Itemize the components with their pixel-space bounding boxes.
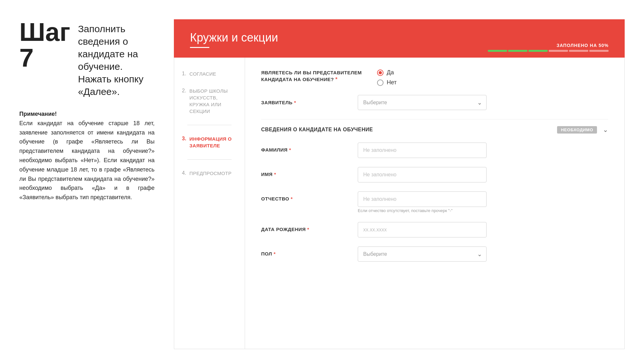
- gender-select[interactable]: Выберите Мужской Женский: [358, 246, 487, 262]
- step-number: Шаг 7: [19, 19, 70, 71]
- field-gender-wrap: Выберите Мужской Женский ⌄: [358, 246, 487, 262]
- step-num-1: 1.: [182, 71, 186, 77]
- rep-question-required: *: [336, 77, 338, 82]
- section-badge: НЕОБХОДИМО: [557, 126, 597, 134]
- radio-no-label: Нет: [387, 79, 397, 86]
- form-title: Кружки и секции: [190, 31, 609, 44]
- middlename-hint: Если отчество отсутствует, поставьте про…: [358, 208, 487, 213]
- radio-no[interactable]: Нет: [377, 79, 416, 86]
- step-divider-2: [187, 159, 232, 160]
- form-body: 1. СОГЛАСИЕ 2. ВЫБОР ШКОЛЫ ИСКУССТВ, КРУ…: [174, 58, 625, 349]
- step-num-3: 3.: [182, 136, 186, 142]
- sidebar-item-school[interactable]: 2. ВЫБОР ШКОЛЫ ИСКУССТВ, КРУЖКА ИЛИ СЕКЦ…: [182, 88, 237, 115]
- steps-sidebar: 1. СОГЛАСИЕ 2. ВЫБОР ШКОЛЫ ИСКУССТВ, КРУ…: [174, 58, 245, 349]
- radio-yes[interactable]: Да: [377, 69, 416, 76]
- field-firstname-wrap: [358, 167, 487, 182]
- progress-filled-3: [528, 50, 548, 52]
- page: Шаг 7 Заполнить сведения о кандидате на …: [0, 0, 644, 362]
- applicant-select-wrap: Выберите ⌄: [358, 95, 487, 110]
- progress-empty-2: [569, 50, 588, 52]
- birthdate-input[interactable]: [358, 222, 487, 237]
- gender-select-wrap: Выберите Мужской Женский ⌄: [358, 246, 487, 262]
- radio-group-rep: Да Нет: [377, 69, 416, 86]
- step-label-4: ПРЕДПРОСМОТР: [189, 170, 232, 177]
- left-panel: Шаг 7 Заполнить сведения о кандидате на …: [19, 19, 155, 349]
- field-lastname-label: ФАМИЛИЯ *: [261, 143, 345, 153]
- progress-bar: [488, 50, 609, 52]
- field-firstname-row: ИМЯ *: [261, 167, 608, 182]
- field-firstname-label: ИМЯ *: [261, 167, 345, 177]
- progress-area: ЗАПОЛНЕНО НА 50%: [488, 43, 609, 52]
- step-label-1: СОГЛАСИЕ: [189, 70, 216, 77]
- field-lastname-wrap: [358, 143, 487, 158]
- field-gender-label: ПОЛ *: [261, 246, 345, 256]
- field-gender-row: ПОЛ * Выберите Мужской Женский ⌄: [261, 246, 608, 262]
- sidebar-item-info[interactable]: 3. ИНФОРМАЦИЯ О ЗАЯВИТЕЛЕ: [182, 135, 237, 149]
- field-birthdate-wrap: [358, 222, 487, 237]
- form-title-underline: [190, 47, 209, 48]
- applicant-select[interactable]: Выберите: [358, 95, 487, 110]
- applicant-required: *: [294, 100, 296, 105]
- right-panel: Кружки и секции ЗАПОЛНЕНО НА 50% 1.: [174, 19, 625, 349]
- sidebar-item-consent[interactable]: 1. СОГЛАСИЕ: [182, 70, 237, 77]
- progress-empty-1: [549, 50, 568, 52]
- middlename-input[interactable]: [358, 191, 487, 207]
- step-num-4: 4.: [182, 170, 186, 176]
- rep-question-row: ЯВЛЯЕТЕСЬ ЛИ ВЫ ПРЕДСТАВИТЕЛЕМ КАНДИДАТА…: [261, 69, 608, 86]
- note-text: Если кандидат на обучение старше 18 лет,…: [19, 120, 155, 200]
- field-middlename-row: ОТЧЕСТВО * Если отчество отсутствует, по…: [261, 191, 608, 213]
- section-header: СВЕДЕНИЯ О КАНДИДАТЕ НА ОБУЧЕНИЕ НЕОБХОД…: [261, 119, 608, 134]
- progress-filled-1: [488, 50, 507, 52]
- field-middlename-label: ОТЧЕСТВО *: [261, 191, 345, 201]
- step-label-2: ВЫБОР ШКОЛЫ ИСКУССТВ, КРУЖКА ИЛИ СЕКЦИИ: [189, 88, 237, 115]
- firstname-input[interactable]: [358, 167, 487, 182]
- form-header: Кружки и секции ЗАПОЛНЕНО НА 50%: [174, 19, 625, 58]
- field-birthdate-row: ДАТА РОЖДЕНИЯ *: [261, 222, 608, 237]
- field-birthdate-label: ДАТА РОЖДЕНИЯ *: [261, 222, 345, 232]
- section-toggle-icon[interactable]: ⌄: [603, 126, 608, 134]
- applicant-row: ЗАЯВИТЕЛЬ * Выберите ⌄: [261, 95, 608, 110]
- sidebar-item-preview[interactable]: 4. ПРЕДПРОСМОТР: [182, 170, 237, 177]
- progress-filled-2: [508, 50, 527, 52]
- progress-label: ЗАПОЛНЕНО НА 50%: [556, 43, 609, 48]
- step-header: Шаг 7 Заполнить сведения о кандидате на …: [19, 19, 155, 98]
- note-block: Примечание! Если кандидат на обучение ст…: [19, 109, 155, 202]
- step-label-3: ИНФОРМАЦИЯ О ЗАЯВИТЕЛЕ: [189, 135, 237, 149]
- rep-question-label: ЯВЛЯЕТЕСЬ ЛИ ВЫ ПРЕДСТАВИТЕЛЕМ КАНДИДАТА…: [261, 69, 364, 83]
- form-content: ЯВЛЯЕТЕСЬ ЛИ ВЫ ПРЕДСТАВИТЕЛЕМ КАНДИДАТА…: [245, 58, 624, 349]
- note-title: Примечание!: [19, 111, 57, 117]
- radio-yes-circle[interactable]: [377, 70, 384, 76]
- step-title: Заполнить сведения о кандидате на обучен…: [78, 19, 155, 98]
- progress-empty-3: [589, 50, 609, 52]
- radio-yes-label: Да: [387, 69, 394, 76]
- step-num-2: 2.: [182, 88, 186, 94]
- radio-no-circle[interactable]: [377, 79, 384, 86]
- radio-yes-dot: [379, 71, 382, 74]
- field-lastname-row: ФАМИЛИЯ *: [261, 143, 608, 158]
- lastname-input[interactable]: [358, 143, 487, 158]
- field-middlename-wrap: Если отчество отсутствует, поставьте про…: [358, 191, 487, 213]
- applicant-label: ЗАЯВИТЕЛЬ *: [261, 100, 345, 105]
- section-header-right: НЕОБХОДИМО ⌄: [557, 126, 608, 134]
- step-divider: [187, 125, 232, 125]
- section-title: СВЕДЕНИЯ О КАНДИДАТЕ НА ОБУЧЕНИЕ: [261, 127, 373, 133]
